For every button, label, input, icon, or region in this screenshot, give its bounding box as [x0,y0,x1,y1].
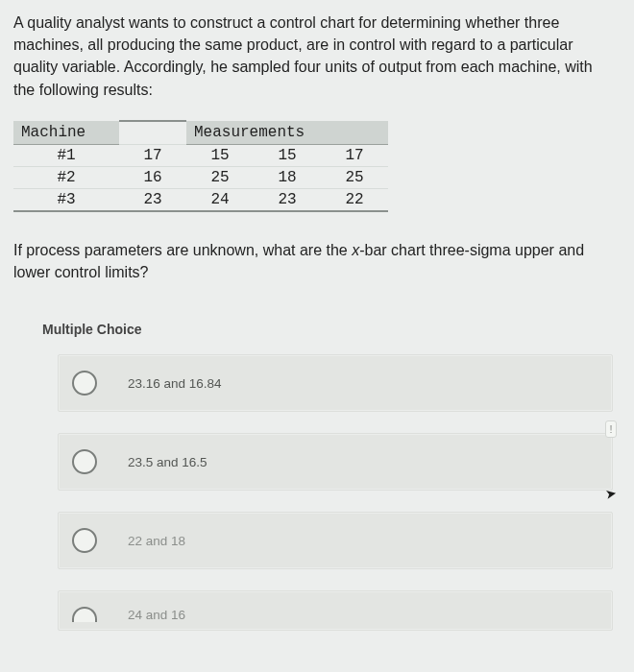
data-table: Machine Measurements #1 17 15 15 17 #2 1… [13,120,388,212]
cell-value: 23 [119,188,186,211]
option-d[interactable]: 24 and 16 [58,590,613,631]
cell-value: 25 [321,166,388,188]
multiple-choice-label: Multiple Choice [40,322,621,354]
italic-x: x [352,242,359,258]
col-gap [119,121,186,145]
cell-value: 15 [186,144,254,166]
question-followup: If process parameters are unknown, what … [0,212,634,293]
data-table-container: Machine Measurements #1 17 15 15 17 #2 1… [0,114,634,212]
cell-value: 17 [321,144,388,166]
col-header-measurements: Measurements [186,121,388,145]
radio-icon[interactable] [72,528,97,553]
cell-value: 23 [254,188,321,211]
question-intro: A quality analyst wants to construct a c… [0,8,634,114]
cell-value: 25 [186,166,254,188]
table-row: #2 16 25 18 25 [13,166,388,188]
cursor-icon: ➤ [604,485,619,502]
cell-machine: #2 [13,166,119,188]
table-row: #1 17 15 15 17 [13,144,388,166]
option-text: 24 and 16 [128,608,185,622]
cell-value: 22 [321,188,388,211]
cell-value: 24 [186,188,254,211]
cell-machine: #3 [13,188,119,211]
radio-icon[interactable] [72,449,97,474]
table-row: #3 23 24 23 22 [13,188,388,211]
col-header-machine: Machine [13,121,119,145]
cell-value: 17 [119,144,186,166]
option-text: 22 and 18 [128,534,185,548]
cell-machine: #1 [13,144,119,166]
radio-icon[interactable] [72,371,97,396]
cell-value: 15 [254,144,321,166]
multiple-choice-area: Multiple Choice 23.16 and 16.84 23.5 and… [40,322,621,631]
hint-icon[interactable]: ! [605,420,617,438]
followup-pre: If process parameters are unknown, what … [13,242,352,258]
option-c[interactable]: 22 and 18 [58,512,613,569]
option-text: 23.16 and 16.84 [128,376,222,391]
radio-icon[interactable] [72,607,97,622]
option-a[interactable]: 23.16 and 16.84 [58,354,613,412]
option-text: 23.5 and 16.5 [128,455,207,469]
cell-value: 16 [119,166,186,188]
cell-value: 18 [254,166,321,188]
option-b[interactable]: 23.5 and 16.5 [58,433,613,491]
